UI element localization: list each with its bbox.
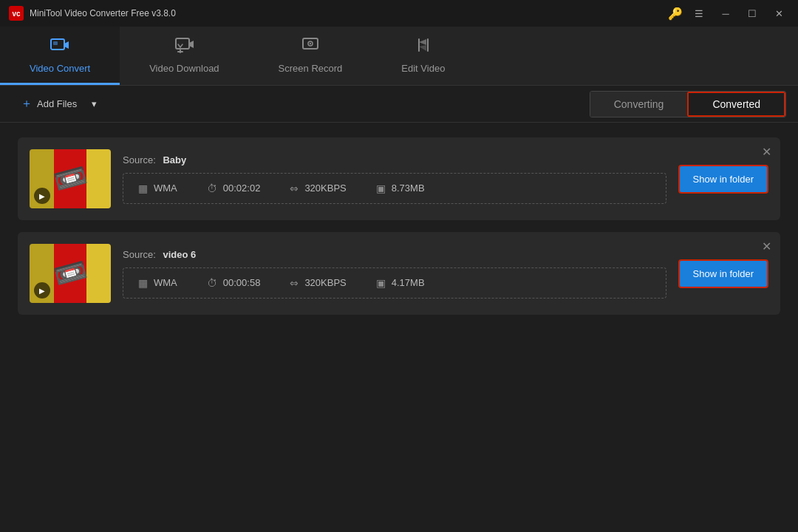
title-bar: vc MiniTool Video Converter Free v3.8.0 … [0,0,798,27]
minimize-button[interactable]: ─ [715,4,736,22]
duration-detail-2: ⏱ 00:00:58 [207,277,261,289]
size-value-2: 4.17MB [392,277,425,288]
duration-detail-1: ⏱ 00:02:02 [207,183,261,194]
add-files-dropdown-button[interactable]: ▾ [86,94,103,114]
source-label-2: Source: [123,249,156,260]
video-download-icon [174,36,194,58]
tab-video-convert-label: Video Convert [30,63,90,74]
cassette-icon-1: 📼 [50,160,90,198]
duration-icon-2: ⏱ [207,277,217,289]
show-in-folder-button-2[interactable]: Show in folder [678,259,768,288]
bitrate-icon-2: ⇔ [290,277,299,289]
screen-record-icon [300,36,321,58]
close-card-button-1[interactable]: ✕ [762,146,771,158]
key-icon: 🔑 [668,7,683,21]
duration-value-2: 00:00:58 [223,277,261,288]
source-name-1: Baby [163,154,186,166]
app-logo: vc [9,6,24,21]
add-files-button[interactable]: ＋ Add Files [12,92,86,116]
tab-screen-record-label: Screen Record [279,63,343,74]
format-icon-1: ▦ [138,183,148,194]
title-bar-right: 🔑 ☰ ─ ☐ ✕ [662,4,789,22]
format-value-2: WMA [154,277,177,288]
format-value-1: WMA [154,183,177,194]
file-info-1: Source: Baby ▦ WMA ⏱ 00:02:02 ⇔ 320KBPS … [123,154,666,204]
close-button[interactable]: ✕ [768,4,789,22]
file-info-2: Source: video 6 ▦ WMA ⏱ 00:00:58 ⇔ 320KB… [123,249,666,299]
title-bar-left: vc MiniTool Video Converter Free v3.8.0 [9,6,176,21]
size-detail-1: ▣ 8.73MB [376,183,425,194]
video-convert-icon [50,36,70,58]
duration-value-1: 00:02:02 [223,183,261,194]
nav-bar: Video Convert Video Download Screen Reco… [0,27,798,86]
close-card-button-2[interactable]: ✕ [762,241,771,253]
file-card-2: 📼 ▶ Source: video 6 ▦ WMA ⏱ 00:00:58 ⇔ [18,232,780,315]
convert-tab-group: Converting Converted [590,91,786,117]
content-area: 📼 ▶ Source: Baby ▦ WMA ⏱ 00:02:02 ⇔ [0,123,798,330]
source-name-2: video 6 [163,249,196,260]
play-button-2[interactable]: ▶ [34,282,50,299]
bitrate-detail-2: ⇔ 320KBPS [290,277,346,289]
converting-tab[interactable]: Converting [590,92,688,117]
tab-video-download[interactable]: Video Download [120,27,248,85]
tab-screen-record[interactable]: Screen Record [249,27,372,85]
bitrate-detail-1: ⇔ 320KBPS [290,183,346,194]
file-card-1: 📼 ▶ Source: Baby ▦ WMA ⏱ 00:02:02 ⇔ [18,137,780,220]
svg-rect-1 [53,41,58,45]
tab-edit-video-label: Edit Video [401,63,445,74]
file-details-1: ▦ WMA ⏱ 00:02:02 ⇔ 320KBPS ▣ 8.73MB [123,173,666,204]
app-title: MiniTool Video Converter Free v3.8.0 [30,8,176,18]
tab-video-convert[interactable]: Video Convert [0,27,120,85]
file-thumb-1: 📼 ▶ [30,149,111,208]
add-files-label: Add Files [37,98,77,109]
menu-button[interactable]: ☰ [689,4,709,22]
file-details-2: ▦ WMA ⏱ 00:00:58 ⇔ 320KBPS ▣ 4.17MB [123,267,666,299]
size-value-1: 8.73MB [392,183,425,194]
format-icon-2: ▦ [138,277,148,289]
file-source-1: Source: Baby [123,154,666,166]
file-source-2: Source: video 6 [123,249,666,260]
svg-point-5 [310,42,311,44]
toolbar: ＋ Add Files ▾ Converting Converted [0,86,798,123]
cassette-icon-2: 📼 [50,254,90,293]
show-in-folder-button-1[interactable]: Show in folder [678,165,768,194]
bitrate-icon-1: ⇔ [290,183,299,194]
size-icon-1: ▣ [376,183,386,194]
svg-rect-2 [176,38,189,49]
duration-icon-1: ⏱ [207,183,217,194]
bitrate-value-1: 320KBPS [304,183,346,194]
tab-video-download-label: Video Download [149,63,219,74]
bitrate-value-2: 320KBPS [304,277,346,288]
size-detail-2: ▣ 4.17MB [376,277,425,289]
play-button-1[interactable]: ▶ [34,188,50,204]
converted-tab[interactable]: Converted [687,92,785,117]
maximize-button[interactable]: ☐ [742,4,763,22]
plus-icon: ＋ [21,96,33,112]
format-detail-2: ▦ WMA [138,277,177,289]
format-detail-1: ▦ WMA [138,183,177,194]
tab-edit-video[interactable]: Edit Video [372,27,474,85]
source-label-1: Source: [123,154,156,166]
size-icon-2: ▣ [376,277,386,289]
file-thumb-2: 📼 ▶ [30,244,111,303]
edit-video-icon [413,36,434,58]
